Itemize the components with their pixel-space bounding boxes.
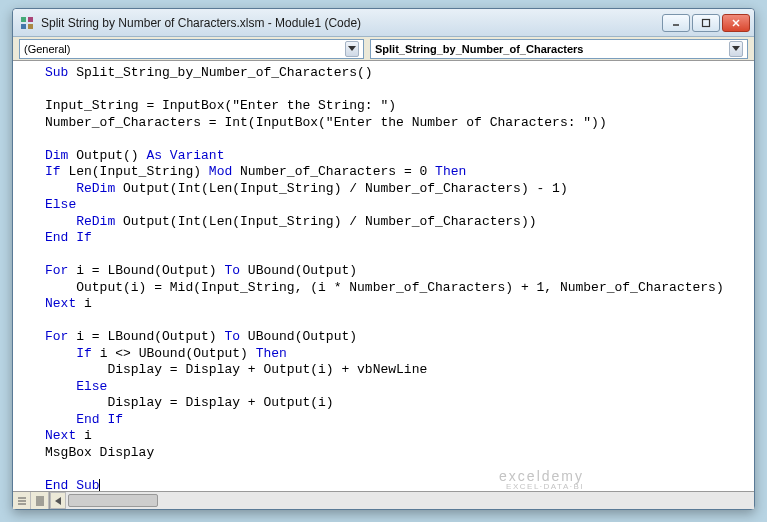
maximize-button[interactable]	[692, 14, 720, 32]
chevron-down-icon	[729, 41, 743, 57]
svg-rect-0	[21, 17, 26, 22]
chevron-down-icon	[345, 41, 359, 57]
code-window: Split String by Number of Characters.xls…	[12, 8, 755, 510]
scroll-left-icon[interactable]	[50, 492, 66, 509]
scope-dropdown[interactable]: (General)	[19, 39, 364, 59]
svg-rect-1	[28, 17, 33, 22]
procedure-dropdown[interactable]: Split_String_by_Number_of_Characters	[370, 39, 748, 59]
code-content[interactable]: Sub Split_String_by_Number_of_Characters…	[13, 61, 754, 491]
svg-rect-2	[21, 24, 26, 29]
editor-footer	[13, 491, 754, 509]
scroll-thumb[interactable]	[68, 494, 158, 507]
close-button[interactable]	[722, 14, 750, 32]
horizontal-scrollbar[interactable]	[50, 492, 754, 509]
scope-value: (General)	[24, 43, 70, 55]
svg-marker-18	[55, 497, 61, 505]
svg-marker-8	[348, 46, 356, 51]
code-editor[interactable]: Sub Split_String_by_Number_of_Characters…	[13, 61, 754, 509]
app-icon	[19, 15, 35, 31]
full-module-view-button[interactable]	[31, 492, 49, 509]
procedure-view-button[interactable]	[13, 492, 31, 509]
view-mode-buttons	[13, 492, 50, 509]
titlebar[interactable]: Split String by Number of Characters.xls…	[13, 9, 754, 37]
window-controls	[662, 14, 750, 32]
svg-rect-3	[28, 24, 33, 29]
declarations-bar: (General) Split_String_by_Number_of_Char…	[13, 37, 754, 61]
svg-rect-5	[703, 19, 710, 26]
svg-marker-9	[732, 46, 740, 51]
procedure-value: Split_String_by_Number_of_Characters	[375, 43, 583, 55]
window-title: Split String by Number of Characters.xls…	[41, 16, 662, 30]
minimize-button[interactable]	[662, 14, 690, 32]
